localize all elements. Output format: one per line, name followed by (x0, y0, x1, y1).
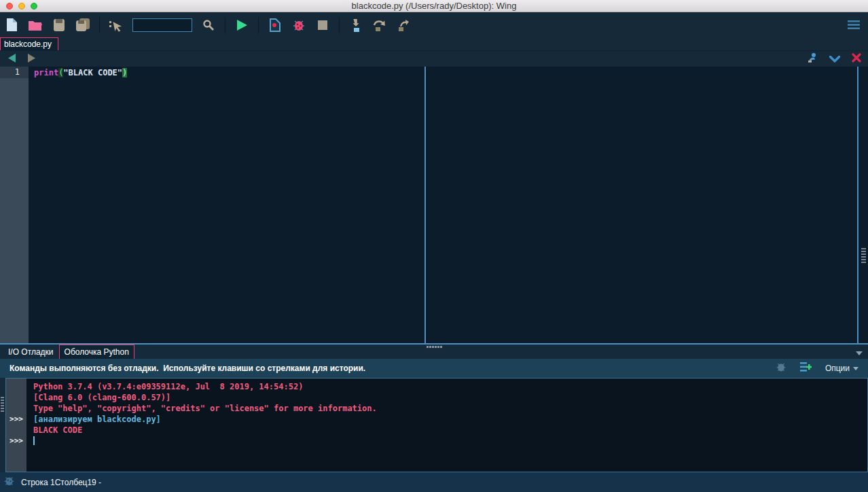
toolbar-separator (258, 17, 259, 33)
shell-line: [Clang 6.0 (clang-600.0.57)] (33, 392, 867, 403)
new-file-icon[interactable] (4, 18, 19, 33)
editor-pane[interactable]: 1 print("BLACK CODE") (0, 67, 868, 343)
shell-prompt-gutter: >>>>>> (6, 379, 26, 472)
tab-python-shell[interactable]: Оболочка Python (59, 345, 134, 359)
titlebar: blackcode.py (/Users/rady/Desktop): Wing (0, 0, 868, 12)
main-toolbar (0, 12, 868, 37)
options-caret-icon (853, 367, 858, 370)
line-number: 1 (0, 67, 29, 78)
back-icon[interactable] (7, 53, 16, 65)
options-label: Опции (825, 364, 850, 373)
open-folder-icon[interactable] (28, 18, 43, 33)
debug-toggle-bug-icon[interactable] (776, 362, 786, 375)
shell-area: >>>>>> Python 3.7.4 (v3.7.4:e09359112e, … (0, 378, 868, 472)
window-title: blackcode.py (/Users/rady/Desktop): Wing (0, 1, 868, 11)
options-dropdown[interactable]: Опции (825, 364, 858, 373)
bug-icon[interactable] (291, 18, 306, 33)
add-to-list-icon[interactable] (800, 362, 812, 375)
shell-prompt (6, 403, 26, 414)
menu-icon[interactable] (846, 18, 861, 33)
tab-debug-io[interactable]: I/O Отладки (3, 345, 59, 359)
splitter-handle-icon[interactable] (1, 397, 4, 412)
python-shell[interactable]: >>>>>> Python 3.7.4 (v3.7.4:e09359112e, … (5, 378, 868, 472)
status-bug-icon[interactable] (3, 475, 15, 489)
shell-prompt: >>> (6, 436, 26, 446)
select-cursor-icon[interactable] (109, 18, 124, 33)
horizontal-splitter-handle-icon[interactable] (427, 346, 442, 348)
code-string: "BLACK CODE" (63, 68, 122, 77)
bottom-panel: I/O Отладки Оболочка Python Команды выпо… (0, 343, 868, 472)
shell-prompt (6, 392, 26, 403)
shell-prompt (6, 425, 26, 436)
editor-tabbar: blackcode.py (0, 37, 868, 50)
run-icon[interactable] (234, 18, 249, 33)
shell-prompt (6, 381, 26, 392)
panel-dropdown-icon[interactable] (856, 346, 863, 358)
toolbar-separator (99, 17, 100, 33)
code-line[interactable]: print("BLACK CODE") (34, 67, 127, 79)
tab-blackcode-py[interactable]: blackcode.py (0, 37, 58, 50)
shell-header-message: Команды выполняются без отладки. Использ… (10, 364, 365, 373)
save-icon[interactable] (52, 18, 67, 33)
statusbar: Строка 1Столбец19 - (0, 472, 868, 492)
editor-split-divider[interactable] (424, 67, 426, 343)
shell-prompt: >>> (6, 414, 26, 425)
step-over-icon[interactable] (372, 18, 387, 33)
shell-header: Команды выполняются без отладки. Использ… (0, 359, 868, 378)
code-keyword: print (34, 68, 58, 77)
cursor-position-text: Строка 1Столбец19 - (21, 478, 101, 487)
search-input[interactable] (132, 18, 192, 32)
save-all-icon[interactable] (75, 18, 90, 33)
chevron-down-icon[interactable] (829, 53, 840, 65)
toolbar-separator (339, 17, 340, 33)
wing-ide-window: blackcode.py (/Users/rady/Desktop): Wing (0, 0, 868, 492)
code-paren-close: ) (122, 68, 127, 77)
step-out-icon[interactable] (396, 18, 411, 33)
shell-caret (33, 436, 35, 445)
line-number-gutter: 1 (0, 67, 29, 343)
close-icon[interactable] (852, 53, 861, 65)
splitter-handle-icon[interactable] (861, 248, 866, 263)
shell-line: Python 3.7.4 (v3.7.4:e09359112e, Jul 8 2… (33, 381, 867, 392)
editor-navstrip (0, 50, 868, 67)
search-icon[interactable] (201, 18, 216, 33)
shell-line: [анализируем blackcode.py] (33, 414, 867, 425)
shell-line (33, 436, 867, 446)
stop-icon[interactable] (315, 18, 330, 33)
symbol-menu-icon[interactable] (807, 52, 818, 65)
right-panel-splitter[interactable] (857, 67, 868, 343)
toolbar-separator (225, 17, 225, 33)
debug-file-icon[interactable] (268, 18, 283, 33)
shell-output[interactable]: Python 3.7.4 (v3.7.4:e09359112e, Jul 8 2… (26, 379, 867, 472)
shell-line: BLACK CODE (33, 425, 867, 436)
left-panel-splitter[interactable] (0, 378, 5, 472)
step-into-icon[interactable] (348, 18, 363, 33)
shell-line: Type "help", "copyright", "credits" or "… (33, 403, 867, 414)
forward-icon[interactable] (27, 53, 37, 65)
